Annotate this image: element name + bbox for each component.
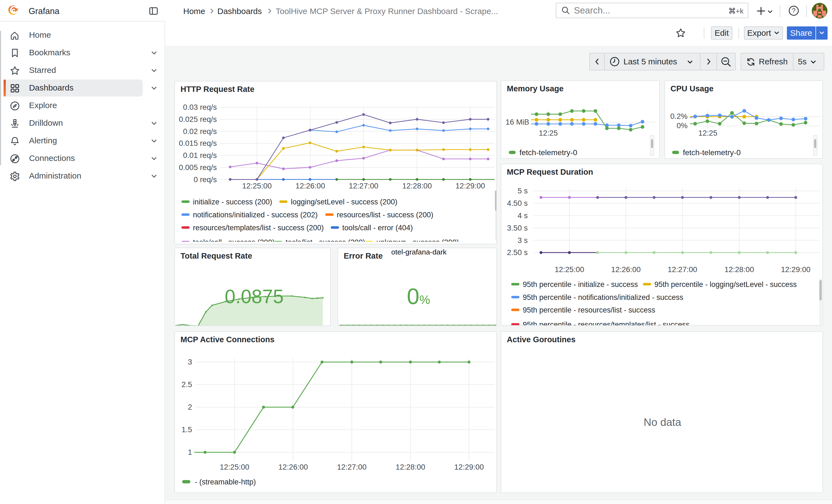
svg-text:resources/templates/list - suc: resources/templates/list - success (200) xyxy=(193,224,324,232)
svg-text:?: ? xyxy=(792,7,796,14)
svg-text:logging/setLevel - success (20: logging/setLevel - success (200) xyxy=(291,198,397,206)
svg-text:12:27:00: 12:27:00 xyxy=(349,182,378,190)
svg-text:0.025 req/s: 0.025 req/s xyxy=(179,115,217,124)
svg-text:0%: 0% xyxy=(677,121,687,130)
svg-text:12:26:00: 12:26:00 xyxy=(295,182,325,190)
svg-text:No data: No data xyxy=(644,416,681,428)
svg-text:4.50 s: 4.50 s xyxy=(507,199,528,207)
svg-text:2.5: 2.5 xyxy=(182,380,192,389)
svg-text:12:25: 12:25 xyxy=(698,129,717,137)
svg-text:fetch-telemetry-0: fetch-telemetry-0 xyxy=(519,148,577,157)
svg-text:95th percentile - initialize -: 95th percentile - initialize - success xyxy=(523,280,638,289)
svg-text:95th percentile - resources/te: 95th percentile - resources/templates/li… xyxy=(523,320,690,326)
svg-text:12:25: 12:25 xyxy=(539,129,558,137)
svg-text:fetch-telemetry-0: fetch-telemetry-0 xyxy=(683,148,740,157)
svg-text:5 s: 5 s xyxy=(518,187,528,195)
svg-text:95th percentile - logging/setL: 95th percentile - logging/setLevel - suc… xyxy=(654,280,797,289)
svg-text:initialize - success (200): initialize - success (200) xyxy=(193,198,272,206)
svg-text:12:29:00: 12:29:00 xyxy=(781,265,810,274)
svg-text:95th percentile - notification: 95th percentile - notifications/initiali… xyxy=(523,293,683,301)
svg-text:resources/list - success (200): resources/list - success (200) xyxy=(337,211,433,219)
svg-text:2: 2 xyxy=(188,403,192,411)
svg-text:tools/call - error (404): tools/call - error (404) xyxy=(342,224,413,232)
svg-text:16 MiB: 16 MiB xyxy=(506,118,529,126)
svg-text:3: 3 xyxy=(188,357,192,366)
svg-text:0 req/s: 0 req/s xyxy=(194,175,217,184)
svg-text:12:28:00: 12:28:00 xyxy=(724,265,754,274)
svg-text:0.0875: 0.0875 xyxy=(225,286,284,307)
svg-text:12:25:00: 12:25:00 xyxy=(220,463,249,471)
svg-text:1: 1 xyxy=(188,448,192,456)
svg-text:- (streamable-http): - (streamable-http) xyxy=(195,478,256,486)
svg-text:95th percentile - resources/li: 95th percentile - resources/list - succe… xyxy=(523,306,655,314)
svg-text:12:26:00: 12:26:00 xyxy=(611,265,641,274)
svg-text:1.5: 1.5 xyxy=(182,425,192,434)
svg-text:3.50 s: 3.50 s xyxy=(507,224,528,232)
svg-text:12:28:00: 12:28:00 xyxy=(396,463,425,471)
svg-text:4 s: 4 s xyxy=(518,211,528,220)
svg-text:0%: 0% xyxy=(407,284,430,309)
svg-text:0.03 req/s: 0.03 req/s xyxy=(183,103,217,111)
svg-text:2.50 s: 2.50 s xyxy=(507,248,528,257)
svg-text:0.2%: 0.2% xyxy=(670,112,687,121)
svg-text:12:26:00: 12:26:00 xyxy=(279,463,308,471)
svg-text:0.015 req/s: 0.015 req/s xyxy=(179,139,217,148)
svg-text:notifications/initialized - su: notifications/initialized - success (202… xyxy=(193,211,317,219)
svg-text:12:25:00: 12:25:00 xyxy=(242,182,271,190)
svg-text:12:27:00: 12:27:00 xyxy=(337,463,366,471)
svg-text:12:29:00: 12:29:00 xyxy=(454,463,484,471)
svg-text:12:25:00: 12:25:00 xyxy=(555,265,584,274)
svg-text:12:29:00: 12:29:00 xyxy=(456,182,485,190)
svg-text:12:27:00: 12:27:00 xyxy=(668,265,697,274)
svg-text:0.005 req/s: 0.005 req/s xyxy=(179,163,217,172)
svg-text:0.02 req/s: 0.02 req/s xyxy=(183,127,217,136)
svg-text:12:28:00: 12:28:00 xyxy=(402,182,432,190)
svg-text:0.01 req/s: 0.01 req/s xyxy=(183,151,217,160)
svg-text:3 s: 3 s xyxy=(518,236,528,244)
